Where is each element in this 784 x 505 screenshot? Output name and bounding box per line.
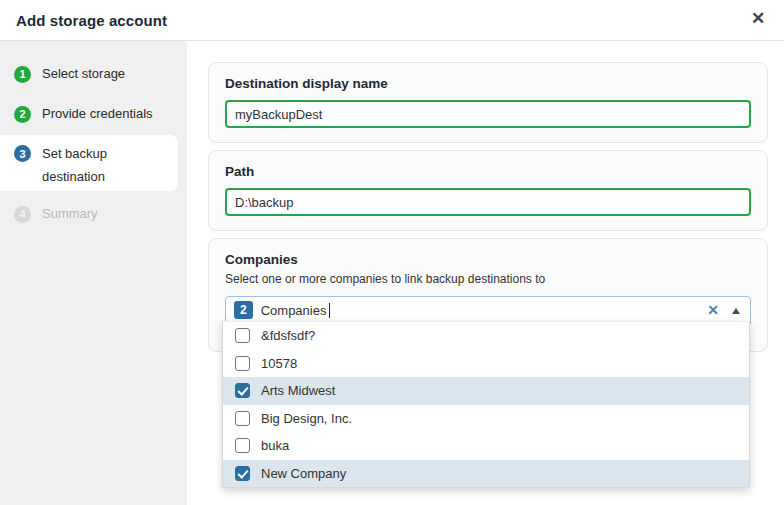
company-option-new-company[interactable]: New Company (223, 460, 749, 488)
clear-selection-icon[interactable]: ✕ (705, 302, 721, 318)
checkbox-icon[interactable] (235, 356, 250, 371)
company-option-arts-midwest[interactable]: Arts Midwest (223, 377, 749, 405)
company-option-fdsfsdf[interactable]: &fdsfsdf? (223, 322, 749, 350)
checkbox-icon[interactable] (235, 383, 250, 398)
step-1-label: Select storage (42, 66, 125, 82)
step-2-label: Provide credentials (42, 106, 153, 122)
companies-multiselect[interactable]: 2 Companies ✕ (225, 296, 751, 324)
close-icon[interactable]: ✕ (744, 5, 772, 33)
wizard-step-select-storage[interactable]: 1 Select storage (0, 57, 125, 91)
step-4-number-badge: 4 (14, 206, 31, 223)
companies-label: Companies (225, 252, 751, 267)
path-label: Path (225, 164, 751, 179)
step-2-number-badge: 2 (14, 106, 31, 123)
checkbox-icon[interactable] (235, 466, 250, 481)
company-option-big-design-inc[interactable]: Big Design, Inc. (223, 405, 749, 433)
step-4-label: Summary (42, 206, 98, 222)
company-option-10578[interactable]: 10578 (223, 350, 749, 378)
checkbox-icon[interactable] (235, 328, 250, 343)
wizard-sidebar: 1 Select storage 2 Provide credentials 3… (0, 41, 187, 505)
step-1-number-badge: 1 (14, 66, 31, 83)
step-3-number-badge: 3 (14, 145, 31, 162)
company-option-buka[interactable]: buka (223, 432, 749, 460)
path-input[interactable] (225, 188, 751, 216)
wizard-step-summary: 4 Summary (0, 197, 98, 231)
chevron-up-icon[interactable] (732, 308, 740, 314)
destination-display-name-label: Destination display name (225, 76, 751, 91)
destination-display-name-card: Destination display name (208, 62, 768, 143)
path-card: Path (208, 150, 768, 231)
wizard-step-set-backup-destination[interactable]: 3 Set backup destination (0, 135, 178, 191)
text-cursor (329, 303, 330, 318)
dialog-header: Add storage account ✕ (0, 0, 784, 41)
companies-description: Select one or more companies to link bac… (225, 272, 751, 286)
add-storage-account-dialog: Add storage account ✕ 1 Select storage 2… (0, 0, 784, 505)
destination-display-name-input[interactable] (225, 100, 751, 128)
companies-dropdown: &fdsfsdf? 10578 Arts Midwest Big Design,… (222, 321, 750, 488)
dialog-title: Add storage account (16, 12, 167, 29)
checkbox-icon[interactable] (235, 438, 250, 453)
wizard-step-provide-credentials[interactable]: 2 Provide credentials (0, 97, 153, 131)
checkbox-icon[interactable] (235, 411, 250, 426)
step-3-label: Set backup destination (42, 142, 138, 188)
multiselect-search-text: Companies (261, 303, 327, 318)
selected-count-badge: 2 (234, 301, 253, 319)
